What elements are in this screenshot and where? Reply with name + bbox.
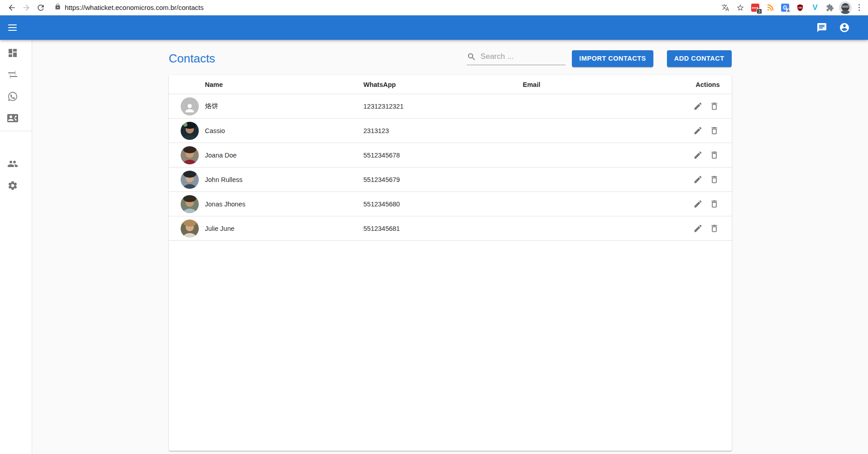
edit-contact-button[interactable] [693,199,704,210]
import-contacts-button[interactable]: IMPORT CONTACTS [572,50,653,67]
delete-contact-button[interactable] [709,125,720,136]
avatar [181,97,199,115]
contacts-table-card: Name WhatsApp Email Actions 烙饼 123123123… [169,75,732,451]
delete-contact-button[interactable] [709,199,720,210]
table-row: John Rulless 5512345679 [169,167,732,192]
trash-icon [710,126,719,135]
trash-icon [710,199,719,209]
avatar [181,171,199,189]
contact-phone-icon [7,113,18,124]
table-row: Julie June 5512345681 [169,216,732,241]
avatar [181,220,199,238]
contact-name: Joana Doe [205,152,364,159]
translate-icon[interactable] [719,2,731,14]
avatar [181,195,199,213]
browser-profile-avatar[interactable] [839,1,852,14]
ublock-shield-icon[interactable]: UO [794,2,806,14]
browser-menu-icon[interactable] [855,2,863,13]
url-text[interactable]: https://whaticket.economicros.com.br/con… [65,4,204,11]
edit-contact-button[interactable] [693,101,704,112]
sidebar-item-dashboard[interactable] [0,42,32,64]
extension-badge: 3 [757,9,762,14]
google-translate-extension-icon[interactable]: GA [779,2,791,14]
bookmark-star-icon[interactable] [734,2,746,14]
search-input[interactable] [480,52,566,61]
contact-whatsapp: 12312312321 [364,103,523,110]
sidebar-item-connections[interactable] [0,64,32,86]
search-box [467,52,566,65]
browser-back-button[interactable] [5,1,19,14]
main-content: Contacts IMPORT CONTACTS ADD CONTACT Nam… [32,40,868,454]
contact-whatsapp: 5512345679 [364,176,523,183]
table-header-row: Name WhatsApp Email Actions [169,75,732,94]
avatar [181,122,199,140]
vimeo-icon[interactable]: V [809,2,821,14]
browser-toolbar: https://whaticket.economicros.com.br/con… [0,0,868,15]
table-row: Joana Doe 5512345678 [169,143,732,167]
contact-name: Jonas Jhones [205,201,364,208]
browser-reload-button[interactable] [34,1,48,14]
person-placeholder-icon [183,102,196,115]
edit-contact-button[interactable] [693,125,704,136]
sidebar-item-users[interactable] [0,153,32,175]
contact-whatsapp: 5512345678 [364,152,523,159]
pencil-icon [693,150,703,160]
extension-red-icon[interactable]: ••• 3 [749,2,761,14]
delete-contact-button[interactable] [709,150,720,161]
avatar [181,146,199,164]
rss-icon[interactable] [764,2,776,14]
gear-icon [7,180,18,191]
trash-icon [710,175,719,184]
column-header-email: Email [523,81,685,88]
reload-icon [36,3,45,12]
sidebar [0,40,32,454]
page-title: Contacts [169,52,216,66]
chat-button[interactable] [815,21,828,34]
contact-name: 烙饼 [205,102,364,110]
pencil-icon [693,126,703,135]
contact-whatsapp: 5512345680 [364,201,523,208]
browser-forward-button[interactable] [19,1,34,14]
pencil-icon [693,175,703,184]
sidebar-divider [0,131,32,131]
address-bar[interactable]: https://whaticket.economicros.com.br/con… [54,3,719,12]
sidebar-item-contacts[interactable] [0,107,32,129]
delete-contact-button[interactable] [709,223,720,234]
contact-whatsapp: 5512345681 [364,225,523,232]
trash-icon [710,224,719,233]
menu-hamburger-button[interactable] [8,21,21,34]
column-header-name: Name [205,81,364,88]
delete-contact-button[interactable] [709,174,720,185]
pencil-icon [693,199,703,209]
edit-contact-button[interactable] [693,174,704,185]
back-arrow-icon [7,3,16,12]
table-row: 烙饼 12312312321 [169,94,732,119]
forward-arrow-icon [22,3,31,12]
search-icon [467,52,476,62]
people-icon [7,158,18,169]
add-contact-button[interactable]: ADD CONTACT [667,50,732,67]
dashboard-icon [7,48,18,58]
sidebar-item-tickets[interactable] [0,86,32,107]
account-circle-icon [839,22,850,33]
trash-icon [710,101,719,111]
delete-contact-button[interactable] [709,101,720,112]
sidebar-item-settings[interactable] [0,175,32,196]
edit-contact-button[interactable] [693,150,704,161]
table-row: Jonas Jhones 5512345680 [169,192,732,216]
chat-icon [816,22,827,33]
contact-name: Julie June [205,225,364,232]
puzzle-extensions-icon[interactable] [824,2,836,14]
padlock-icon [54,3,61,12]
edit-contact-button[interactable] [693,223,704,234]
swap-arrows-icon [7,69,18,80]
trash-icon [710,150,719,160]
pencil-icon [693,224,703,233]
table-row: Cassio 2313123 [169,119,732,143]
app-bar [0,15,868,40]
contact-name: Cassio [205,127,364,134]
contact-whatsapp: 2313123 [364,127,523,134]
column-header-whatsapp: WhatsApp [364,81,523,88]
account-button[interactable] [838,21,851,34]
column-header-actions: Actions [685,81,720,88]
